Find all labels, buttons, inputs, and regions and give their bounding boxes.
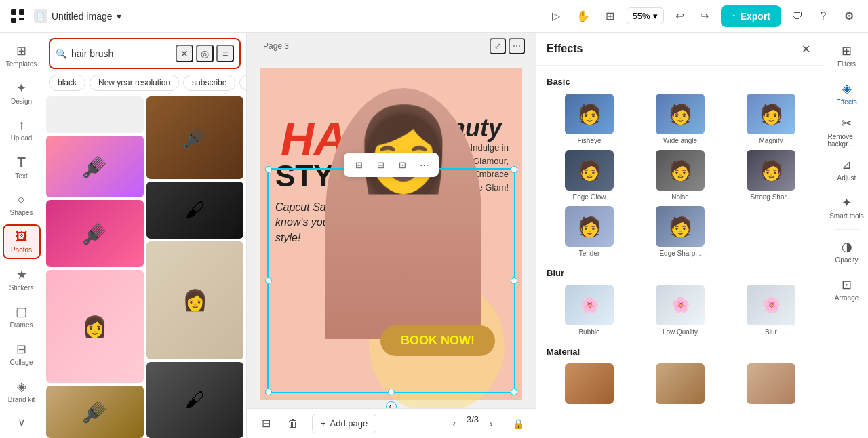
right-tool-filters[interactable]: ⊞ Filters xyxy=(828,38,866,73)
logo[interactable] xyxy=(8,7,27,26)
prev-page-button[interactable]: ‹ xyxy=(445,414,464,433)
layout-tool[interactable]: ⊞ xyxy=(599,5,621,27)
canvas-layout-button[interactable]: ⊟ xyxy=(255,413,277,435)
effect-strongsharp[interactable]: 🧑 Strong Shar... xyxy=(728,150,814,201)
selection-handle-br[interactable] xyxy=(511,389,517,395)
right-tool-adjust[interactable]: ⊿ Adjust xyxy=(828,152,866,187)
effect-wideangle[interactable]: 🧑 Wide angle xyxy=(637,94,723,144)
next-page-button[interactable]: › xyxy=(481,414,500,433)
floating-more-button[interactable]: ⋯ xyxy=(414,155,433,174)
effect-magnify-thumb: 🧑 xyxy=(747,94,795,134)
search-clear-button[interactable]: ✕ xyxy=(176,45,193,62)
selection-rotate-handle[interactable]: ↻ xyxy=(386,401,397,408)
help-icon[interactable]: ? xyxy=(812,5,834,27)
page-more-button[interactable]: ⋯ xyxy=(509,38,525,54)
search-camera-button[interactable]: ◎ xyxy=(196,45,214,62)
list-item[interactable]: 🪮 xyxy=(46,136,144,197)
topbar-tools: ▷ ✋ ⊞ 55% ▾ ↩ ↪ ↑ Export 🛡 ? ⚙ xyxy=(545,5,860,27)
list-item[interactable]: 👩 xyxy=(146,241,244,359)
shield-icon[interactable]: 🛡 xyxy=(787,5,808,27)
right-tool-adjust-label: Adjust xyxy=(837,174,856,182)
sidebar-item-templates[interactable]: ⊞ Templates xyxy=(3,38,41,73)
effect-edgesharp[interactable]: 🧑 Edge Sharp... xyxy=(637,206,723,257)
title-dropdown-icon: ▾ xyxy=(117,11,121,22)
arrange-icon: ⊡ xyxy=(842,277,852,292)
add-page-button[interactable]: + Add page xyxy=(312,414,376,433)
effect-edgeglow-label: Edge Glow xyxy=(573,193,606,201)
list-item[interactable]: 🪮 xyxy=(46,200,144,267)
effect-noise[interactable]: 🧑 Noise xyxy=(637,150,723,201)
effect-material-3[interactable] xyxy=(728,363,814,404)
filter-tag-subscribe[interactable]: subscribe xyxy=(183,75,235,91)
undo-button[interactable]: ↩ xyxy=(669,5,691,27)
effect-fisheye[interactable]: 🧑 Fisheye xyxy=(547,94,632,144)
effect-tender[interactable]: 🧑 Tender xyxy=(547,206,632,257)
svg-rect-1 xyxy=(19,9,24,15)
right-tool-smart[interactable]: ✦ Smart tools xyxy=(828,190,866,225)
floating-mask-button[interactable]: ⊟ xyxy=(371,155,390,174)
pointer-tool[interactable]: ▷ xyxy=(545,5,567,27)
effect-magnify[interactable]: 🧑 Magnify xyxy=(728,94,814,144)
search-input[interactable] xyxy=(71,48,172,59)
document-title[interactable]: 📄 Untitled image ▾ xyxy=(34,9,121,23)
list-item[interactable]: 🪮 xyxy=(46,386,144,438)
list-item[interactable]: 🖌 xyxy=(146,362,244,438)
zoom-control[interactable]: 55% ▾ xyxy=(627,7,664,24)
add-page-icon: + xyxy=(321,418,326,429)
left-sidebar: ⊞ Templates ✦ Design ↑ Upload T Text ○ S… xyxy=(0,33,43,438)
right-tool-arrange[interactable]: ⊡ Arrange xyxy=(828,272,866,307)
filter-tag-black[interactable]: black xyxy=(49,75,85,91)
redo-button[interactable]: ↪ xyxy=(694,5,715,27)
sidebar-label-stickers: Stickers xyxy=(9,284,34,292)
effect-edgeglow[interactable]: 🧑 Edge Glow xyxy=(547,150,632,201)
selection-handle-tr[interactable] xyxy=(511,166,517,173)
right-tool-opacity[interactable]: ◑ Opacity xyxy=(828,234,866,269)
effect-blur[interactable]: 🌸 Blur xyxy=(728,285,814,336)
list-item[interactable]: 👩 xyxy=(46,270,144,383)
effect-bubble[interactable]: 🌸 Bubble xyxy=(547,285,632,336)
sidebar-item-stickers[interactable]: ★ Stickers xyxy=(3,262,41,296)
sidebar-item-text[interactable]: T Text xyxy=(3,150,41,184)
settings-icon[interactable]: ⚙ xyxy=(838,5,860,27)
search-filter-button[interactable]: ≡ xyxy=(216,45,234,62)
effect-material-2[interactable] xyxy=(637,363,723,404)
sidebar-item-design[interactable]: ✦ Design xyxy=(3,75,41,110)
effect-lowquality[interactable]: 🌸 Low Quality xyxy=(637,285,723,336)
selection-handle-mr[interactable] xyxy=(511,277,517,284)
list-item[interactable]: 🖌 xyxy=(146,182,244,239)
page-expand-button[interactable]: ⤢ xyxy=(490,38,506,54)
sidebar-item-frames[interactable]: ▢ Frames xyxy=(3,299,41,334)
effect-tender-label: Tender xyxy=(579,250,600,257)
selection-handle-bl[interactable] xyxy=(265,389,272,395)
export-button[interactable]: ↑ Export xyxy=(721,5,781,27)
selection-handle-tl[interactable] xyxy=(265,166,272,173)
list-item[interactable]: 🪮 xyxy=(146,96,244,179)
filters-icon: ⊞ xyxy=(842,43,852,58)
effects-title: Effects xyxy=(547,43,583,55)
canvas-delete-button[interactable]: 🗑 xyxy=(282,413,304,435)
floating-crop-button[interactable]: ⊞ xyxy=(349,155,368,174)
filter-tag-bac[interactable]: bac xyxy=(239,75,246,91)
right-tool-removebg[interactable]: ✂ Remove backgr... xyxy=(828,114,866,149)
sidebar-item-photos[interactable]: 🖼 Photos xyxy=(3,224,41,259)
selection-handle-ml[interactable] xyxy=(265,277,272,284)
filter-tag-newyear[interactable]: New year resolution xyxy=(90,75,179,91)
sidebar-item-brand[interactable]: ◈ Brand kit xyxy=(3,374,41,409)
sidebar-collapse-button[interactable]: ∨ xyxy=(3,412,41,433)
effects-close-button[interactable]: ✕ xyxy=(797,41,814,57)
sidebar-label-brand: Brand kit xyxy=(8,396,35,403)
design-canvas[interactable]: HAIR STYLIST Capcut Salonknow's yourstyl… xyxy=(260,68,522,400)
lock-button[interactable]: 🔒 xyxy=(509,414,528,433)
book-now-button[interactable]: BOOK NOW! xyxy=(380,325,495,356)
sidebar-label-templates: Templates xyxy=(6,60,37,68)
canvas-content[interactable]: HAIR STYLIST Capcut Salonknow's yourstyl… xyxy=(247,60,536,408)
sidebar-item-shapes[interactable]: ○ Shapes xyxy=(3,187,41,222)
hand-tool[interactable]: ✋ xyxy=(572,5,594,27)
effect-material-1[interactable] xyxy=(547,363,632,404)
floating-copy-button[interactable]: ⊡ xyxy=(393,155,412,174)
effect-wideangle-thumb: 🧑 xyxy=(656,94,705,134)
sidebar-item-upload[interactable]: ↑ Upload xyxy=(3,113,41,147)
sidebar-item-collage[interactable]: ⊟ Collage xyxy=(3,336,41,371)
right-tool-effects[interactable]: ◈ Effects xyxy=(828,76,866,111)
list-item[interactable] xyxy=(46,96,144,133)
